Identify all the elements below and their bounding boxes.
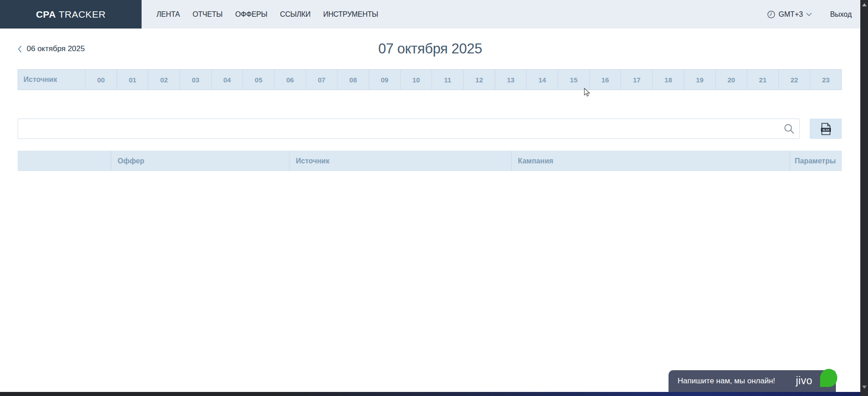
content-area: Источник 0001020304050607080910111213141…: [18, 69, 842, 171]
hour-header-cell: 07: [306, 70, 338, 90]
xlsx-file-icon: XLSX: [821, 123, 831, 135]
hour-header-cell: 09: [369, 70, 401, 90]
topbar-right: GMT+3 Выход: [767, 0, 852, 29]
brand-bold: CPA: [36, 9, 56, 20]
export-xlsx-button[interactable]: XLSX: [810, 119, 842, 139]
bottom-window-edge: [0, 392, 868, 396]
clock-icon: [767, 10, 775, 19]
hour-header-cell: 08: [337, 70, 369, 90]
brand-rest: TRACKER: [59, 9, 106, 20]
nav-item[interactable]: ОТЧЕТЫ: [193, 10, 223, 19]
date-navigation: 06 октября 2025 07 октября 2025: [0, 40, 868, 58]
hour-header-cell: 20: [716, 70, 747, 90]
search-icon: [783, 123, 795, 135]
search-input[interactable]: [18, 119, 800, 139]
page-title: 07 октября 2025: [0, 40, 860, 58]
hour-header-cell: 15: [558, 70, 590, 90]
hour-header-cell: 21: [747, 70, 779, 90]
hour-header-cell: 16: [590, 70, 621, 90]
chat-widget[interactable]: Напишите нам, мы онлайн! jivo: [669, 370, 836, 392]
hour-header-cell: 00: [85, 70, 117, 90]
hour-header-cell: 06: [275, 70, 306, 90]
nav-item[interactable]: ЛЕНТА: [157, 10, 180, 19]
timezone-select[interactable]: GMT+3: [767, 10, 812, 19]
hours-source-header: Источник: [18, 70, 85, 90]
hour-header-cell: 19: [684, 70, 716, 90]
brand-logo[interactable]: CPA TRACKER: [0, 0, 142, 29]
hour-header-cell: 05: [243, 70, 275, 90]
search-button[interactable]: [783, 123, 795, 135]
timezone-label: GMT+3: [778, 10, 803, 19]
scroll-down-icon[interactable]: [862, 386, 867, 389]
hour-header-cell: 13: [495, 70, 527, 90]
nav-item[interactable]: ИНСТРУМЕНТЫ: [323, 10, 378, 19]
hours-header-row: Источник 0001020304050607080910111213141…: [18, 69, 842, 90]
chat-message: Напишите нам, мы онлайн!: [678, 377, 775, 386]
hour-header-cell: 23: [810, 70, 841, 90]
hour-header-cell: 10: [401, 70, 432, 90]
nav-item[interactable]: ССЫЛКИ: [280, 10, 310, 19]
hour-header-cell: 01: [117, 70, 149, 90]
search-wrap: [18, 119, 800, 139]
hour-header-cell: 22: [779, 70, 811, 90]
results-column-header: [18, 151, 111, 171]
chevron-down-icon: [806, 13, 812, 16]
nav-item[interactable]: ОФФЕРЫ: [235, 10, 267, 19]
scroll-up-icon[interactable]: [862, 3, 867, 6]
logout-link[interactable]: Выход: [830, 10, 852, 19]
hour-header-cell: 03: [180, 70, 212, 90]
hour-header-cell: 18: [653, 70, 684, 90]
svg-text:XLSX: XLSX: [822, 129, 830, 131]
main-nav: ЛЕНТАОТЧЕТЫОФФЕРЫССЫЛКИИНСТРУМЕНТЫ: [142, 0, 378, 29]
results-column-header: Параметры: [790, 151, 842, 171]
search-row: XLSX: [18, 119, 842, 139]
hours-cells: 0001020304050607080910111213141516171819…: [85, 70, 841, 90]
hour-header-cell: 17: [621, 70, 653, 90]
hour-header-cell: 14: [526, 70, 558, 90]
hour-header-cell: 12: [464, 70, 495, 90]
results-table-header: ОфферИсточникКампанияПараметры: [18, 151, 842, 171]
results-column-header: Источник: [289, 151, 512, 171]
results-column-header: Оффер: [111, 151, 289, 171]
jivo-logo: jivo: [796, 375, 812, 387]
hour-header-cell: 04: [212, 70, 243, 90]
topbar: CPA TRACKER ЛЕНТАОТЧЕТЫОФФЕРЫССЫЛКИИНСТР…: [0, 0, 868, 29]
hour-header-cell: 02: [148, 70, 180, 90]
results-column-header: Кампания: [512, 151, 790, 171]
hour-header-cell: 11: [432, 70, 464, 90]
jivo-leaf-icon: [820, 369, 837, 387]
vertical-scrollbar[interactable]: [860, 0, 868, 396]
